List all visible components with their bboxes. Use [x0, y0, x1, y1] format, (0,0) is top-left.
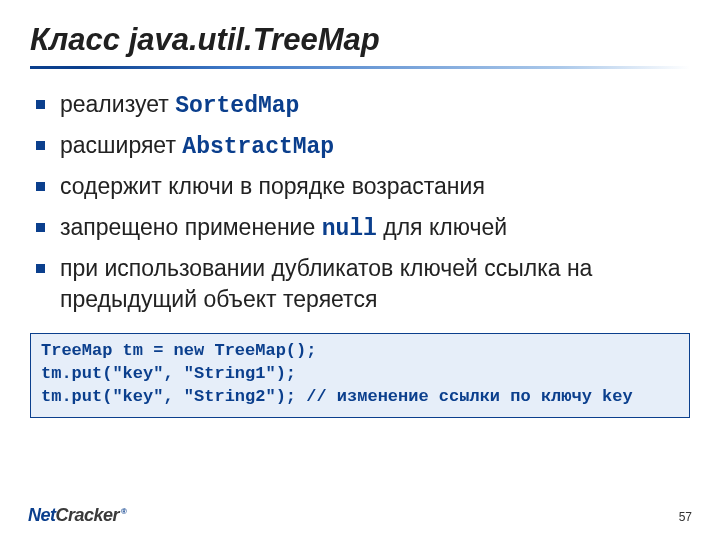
list-item: реализует SortedMap: [36, 89, 690, 122]
list-item: запрещено применение null для ключей: [36, 212, 690, 245]
logo: NetCracker®: [28, 505, 126, 526]
bullet-text: для ключей: [377, 214, 507, 240]
bullet-text: при использовании дубликатов ключей ссыл…: [60, 255, 592, 312]
footer: NetCracker® 57: [0, 500, 720, 526]
bullet-text: реализует: [60, 91, 175, 117]
code-keyword: null: [322, 216, 377, 242]
slide: Класс java.util.TreeMap реализует Sorted…: [0, 0, 720, 540]
logo-registered: ®: [121, 507, 126, 516]
code-keyword: AbstractMap: [182, 134, 334, 160]
title-underline: [30, 66, 690, 69]
bullet-text: расширяет: [60, 132, 182, 158]
page-title: Класс java.util.TreeMap: [30, 22, 690, 58]
logo-part-cracker: Cracker: [56, 505, 120, 525]
list-item: при использовании дубликатов ключей ссыл…: [36, 253, 690, 317]
bullet-text: запрещено применение: [60, 214, 322, 240]
list-item: расширяет AbstractMap: [36, 130, 690, 163]
logo-part-net: Net: [28, 505, 56, 525]
list-item: содержит ключи в порядке возрастания: [36, 171, 690, 204]
page-number: 57: [679, 510, 692, 524]
bullet-text: содержит ключи в порядке возрастания: [60, 173, 485, 199]
code-keyword: SortedMap: [175, 93, 299, 119]
bullet-list: реализует SortedMap расширяет AbstractMa…: [30, 89, 690, 317]
code-block: TreeMap tm = new TreeMap(); tm.put("key"…: [30, 333, 690, 418]
